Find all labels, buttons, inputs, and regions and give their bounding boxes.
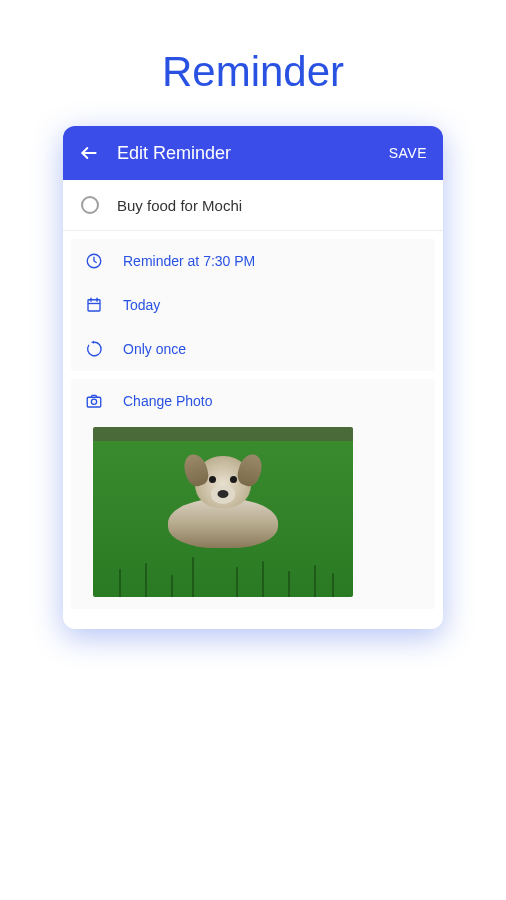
reminder-repeat-row[interactable]: Only once (71, 327, 435, 371)
task-row: Buy food for Mochi (63, 180, 443, 231)
reminder-time-label: Reminder at 7:30 PM (123, 253, 255, 269)
page-title: Reminder (0, 0, 506, 126)
reminder-card: Edit Reminder SAVE Buy food for Mochi Re… (63, 126, 443, 629)
reminder-repeat-label: Only once (123, 341, 186, 357)
clock-icon (85, 252, 103, 270)
camera-icon (85, 392, 103, 410)
save-button[interactable]: SAVE (389, 145, 427, 161)
back-icon[interactable] (79, 143, 99, 163)
photo-section: Change Photo (71, 379, 435, 609)
repeat-icon (85, 340, 103, 358)
svg-point-7 (91, 399, 96, 404)
header-title: Edit Reminder (117, 143, 371, 164)
reminder-date-row[interactable]: Today (71, 283, 435, 327)
photo-preview[interactable] (93, 427, 353, 597)
svg-rect-2 (88, 300, 100, 311)
change-photo-label: Change Photo (123, 393, 213, 409)
task-title[interactable]: Buy food for Mochi (117, 197, 242, 214)
reminder-time-row[interactable]: Reminder at 7:30 PM (71, 239, 435, 283)
reminder-settings-section: Reminder at 7:30 PM Today Only once (71, 239, 435, 371)
reminder-date-label: Today (123, 297, 160, 313)
task-checkbox[interactable] (81, 196, 99, 214)
app-header: Edit Reminder SAVE (63, 126, 443, 180)
calendar-icon (85, 296, 103, 314)
change-photo-row[interactable]: Change Photo (71, 379, 435, 423)
